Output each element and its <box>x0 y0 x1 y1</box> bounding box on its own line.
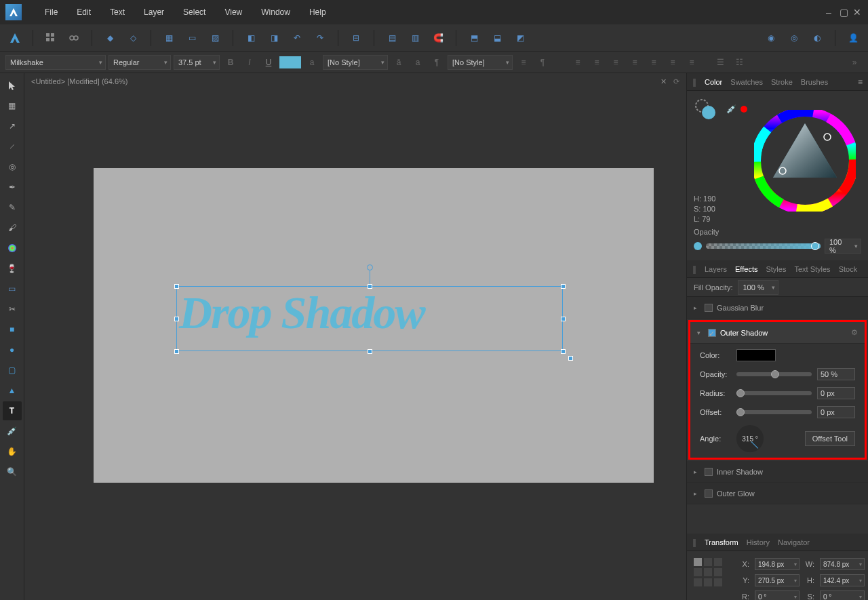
insert-icon[interactable]: ▭ <box>182 28 201 47</box>
crop-tool-icon[interactable]: ✂ <box>3 300 22 319</box>
font-size-dropdown[interactable]: 37.5 pt <box>174 55 220 70</box>
align-justify2-icon[interactable]: ≡ <box>646 55 662 70</box>
eyedropper-tool-icon[interactable]: 💉 <box>3 422 22 441</box>
point-transform-icon[interactable]: ◎ <box>3 157 22 176</box>
h-input[interactable]: 142.4 px <box>820 574 865 586</box>
handle-tc[interactable] <box>368 284 372 289</box>
tab-text-styles[interactable]: Text Styles <box>794 262 830 276</box>
effect-outer-shadow[interactable]: ▾ ✓ Outer Shadow ⚙ <box>690 322 865 344</box>
fill-opacity-input[interactable]: 100 % <box>738 280 778 295</box>
tab-layers[interactable]: Layers <box>705 262 727 276</box>
y-input[interactable]: 270.5 px <box>755 574 800 586</box>
w-input[interactable]: 874.8 px <box>820 558 865 570</box>
tab-stock[interactable]: Stock <box>839 262 858 276</box>
align-justify-icon[interactable]: ≡ <box>627 55 643 70</box>
rotation-handle[interactable] <box>367 264 373 271</box>
handle-ml[interactable] <box>174 317 179 321</box>
flip-h-icon[interactable]: ◧ <box>241 28 260 47</box>
os-opacity-slider[interactable] <box>736 372 812 376</box>
place-image-icon[interactable]: ▭ <box>3 279 22 298</box>
group-icon[interactable]: ◆ <box>100 28 119 47</box>
transparency-tool-icon[interactable]: 🍷 <box>3 259 22 278</box>
align-right-icon[interactable]: ≡ <box>608 55 624 70</box>
boolean-add-icon[interactable]: ⬒ <box>465 28 484 47</box>
italic-button[interactable]: I <box>241 55 258 70</box>
layer-front-icon[interactable]: ▥ <box>406 28 425 47</box>
para-panel-icon[interactable]: ≡ <box>515 55 532 70</box>
handle-br[interactable] <box>561 349 566 354</box>
account-icon[interactable]: 👤 <box>844 28 863 47</box>
tab-color[interactable]: Color <box>705 75 722 89</box>
effect-gaussian-blur[interactable]: ▸ Gaussian Blur <box>687 297 868 319</box>
para-style-icon[interactable]: ¶ <box>429 55 445 70</box>
handle-skew[interactable] <box>568 356 573 361</box>
overflow-icon[interactable]: » <box>846 55 863 70</box>
boolean-sub-icon[interactable]: ⬓ <box>488 28 507 47</box>
flip-v-icon[interactable]: ◨ <box>264 28 283 47</box>
char-style-icon[interactable]: a <box>304 55 320 70</box>
x-input[interactable]: 194.8 px <box>755 558 800 570</box>
os-opacity-value[interactable]: 50 % <box>817 368 855 380</box>
os-angle-dial[interactable]: 315 ° <box>736 425 764 452</box>
canvas-viewport[interactable]: Drop Shadow <box>24 89 686 600</box>
outer-shadow-checkbox[interactable]: ✓ <box>708 329 716 337</box>
gear-icon[interactable]: ⚙ <box>851 328 858 337</box>
doc-sync-icon[interactable]: ⟳ <box>673 77 679 86</box>
hand-tool-icon[interactable]: ✋ <box>3 442 22 461</box>
tab-swatches[interactable]: Swatches <box>730 75 763 89</box>
handle-bl[interactable] <box>174 349 179 354</box>
window-maximize[interactable]: ▢ <box>835 7 849 18</box>
eyedropper-icon[interactable]: 💉 <box>726 104 736 114</box>
menu-layer[interactable]: Layer <box>134 0 174 24</box>
char-panel-icon[interactable]: ā <box>391 55 407 70</box>
assets-icon[interactable]: ◉ <box>762 28 781 47</box>
recent-color-icon[interactable] <box>741 106 747 113</box>
align-justify3-icon[interactable]: ≡ <box>665 55 681 70</box>
brush-tool-icon[interactable]: 🖌 <box>3 218 22 237</box>
artboard-tool-icon[interactable]: ▦ <box>3 96 22 115</box>
color-selector-icon[interactable] <box>694 98 717 121</box>
tab-stroke[interactable]: Stroke <box>771 75 793 89</box>
rotate-ccw-icon[interactable]: ↶ <box>288 28 307 47</box>
anchor-grid[interactable] <box>694 558 722 586</box>
underline-button[interactable]: U <box>260 55 277 70</box>
menu-window[interactable]: Window <box>252 0 300 24</box>
menu-file[interactable]: File <box>35 0 67 24</box>
list-number-icon[interactable]: ☷ <box>731 55 747 70</box>
tab-transform[interactable]: Transform <box>705 536 738 549</box>
os-offset-slider[interactable] <box>736 410 812 414</box>
arrange-icon[interactable] <box>41 28 60 47</box>
opacity-value-input[interactable]: 100 % <box>825 239 861 254</box>
typography-icon[interactable]: a <box>410 55 426 70</box>
tab-styles[interactable]: Styles <box>766 262 786 276</box>
r-input[interactable]: 0 ° <box>755 591 800 600</box>
ellipse-tool-icon[interactable]: ● <box>3 340 22 359</box>
pen-tool-icon[interactable]: ✒ <box>3 178 22 197</box>
persona-designer-icon[interactable] <box>5 28 24 47</box>
handle-tr[interactable] <box>561 284 566 289</box>
text-tool-icon[interactable]: T <box>3 401 22 420</box>
inner-shadow-checkbox[interactable] <box>705 468 713 476</box>
para-style-dropdown[interactable]: [No Style] <box>448 55 513 70</box>
font-weight-dropdown[interactable]: Regular <box>108 55 171 70</box>
document-tab-close-icon[interactable]: ✕ <box>660 77 667 86</box>
paragraph-icon[interactable]: ¶ <box>534 55 551 70</box>
link-icon[interactable] <box>64 28 83 47</box>
gaussian-checkbox[interactable] <box>705 304 713 312</box>
color-wheel[interactable] <box>754 110 856 212</box>
menu-select[interactable]: Select <box>174 0 215 24</box>
list-bullet-icon[interactable]: ☰ <box>712 55 728 70</box>
menu-view[interactable]: View <box>215 0 252 24</box>
tab-history[interactable]: History <box>747 536 770 549</box>
window-minimize[interactable]: – <box>822 7 835 18</box>
opacity-slider[interactable] <box>706 243 821 249</box>
rounded-rect-tool-icon[interactable]: ▢ <box>3 361 22 380</box>
os-radius-slider[interactable] <box>736 391 812 395</box>
offset-tool-button[interactable]: Offset Tool <box>805 431 855 446</box>
char-style-dropdown[interactable]: [No Style] <box>323 55 388 70</box>
effect-outer-glow[interactable]: ▸ Outer Glow <box>687 483 868 504</box>
node-tool-icon[interactable]: ↗ <box>3 117 22 136</box>
convert-icon[interactable]: ▨ <box>205 28 224 47</box>
effect-inner-shadow[interactable]: ▸ Inner Shadow <box>687 461 868 483</box>
boolean-int-icon[interactable]: ◩ <box>511 28 530 47</box>
